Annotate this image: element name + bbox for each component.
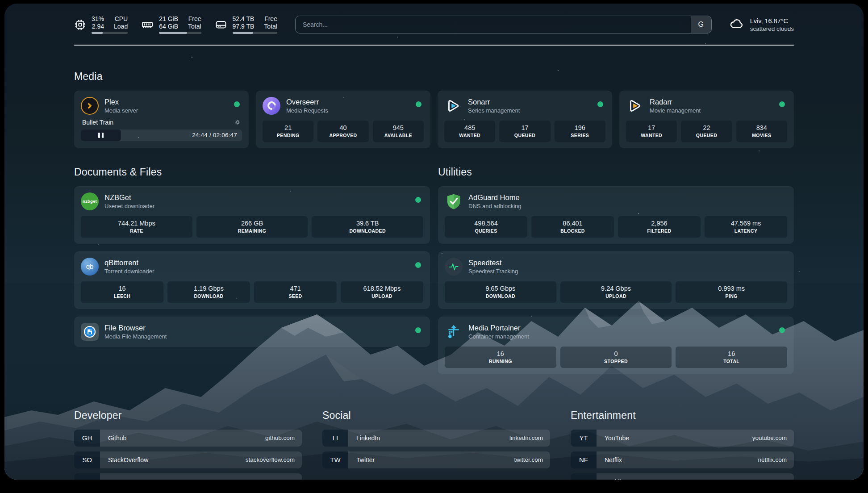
status-dot <box>597 101 603 107</box>
card-radarr[interactable]: Radarr Movie management 17 WANTED 22 QUE… <box>619 91 794 148</box>
stat-downloaded: 39.6 TB DOWNLOADED <box>312 216 423 238</box>
stat-movies: 834 MOVIES <box>736 121 787 142</box>
section-title-utilities: Utilities <box>438 166 794 178</box>
section-title-entertainment: Entertainment <box>571 409 794 422</box>
bookmark-name: Github <box>108 435 126 442</box>
bookmark-abbr: SO <box>74 451 100 468</box>
section-title-documents: Documents & Files <box>74 166 430 178</box>
stat-pending: 21 PENDING <box>263 121 313 142</box>
card-title: NZBGet <box>104 193 154 202</box>
memory-total-value: 64 GiB <box>159 23 178 30</box>
bookmark-twitter[interactable]: TW Twitter twitter.com <box>322 451 550 468</box>
memory-progress-track <box>159 32 201 34</box>
playback-progress-bar[interactable]: 24:44 / 02:06:47 <box>81 130 242 141</box>
disk-widget: 52.4 TB Free 97.9 TB Total <box>215 15 277 34</box>
memory-widget: 21 GiB Free 64 GiB Total <box>141 15 201 34</box>
status-dot <box>415 327 421 333</box>
stat-remaining: 266 GB REMAINING <box>196 216 308 238</box>
cloud-icon <box>729 16 745 33</box>
memory-free-label: Free <box>188 15 201 22</box>
card-subtitle: Usenet downloader <box>104 202 154 210</box>
stat-ping: 0.993 ms PING <box>676 281 787 303</box>
gear-icon[interactable] <box>234 119 241 125</box>
stat-upload: 9.24 Gbps UPLOAD <box>560 281 672 303</box>
bookmark-name: Twitter <box>356 456 375 464</box>
bookmark-abbr: LI <box>322 430 348 447</box>
memory-icon <box>141 18 154 31</box>
overseerr-icon <box>263 97 280 115</box>
card-subtitle: Movie management <box>650 107 701 114</box>
status-dot <box>415 197 421 203</box>
sonarr-icon <box>444 97 462 115</box>
bookmark-group-social: Social LI LinkedIn linkedin.com TW Twitt… <box>322 409 550 480</box>
card-sonarr[interactable]: Sonarr Series management 485 WANTED 17 Q… <box>438 91 612 148</box>
cpu-progress-track <box>92 32 128 34</box>
playback-time: 24:44 / 02:06:47 <box>192 132 242 138</box>
bookmark-netflix[interactable]: NF Netflix netflix.com <box>571 451 794 468</box>
bookmark-url: netflix.com <box>758 456 787 463</box>
bookmark-url: stackoverflow.com <box>246 456 295 463</box>
card-speedtest[interactable]: Speedtest Speedtest Tracking 9.65 Gbps D… <box>438 251 794 309</box>
card-subtitle: Series management <box>468 107 520 114</box>
card-title: Radarr <box>650 97 701 106</box>
bookmark-abbr: GH <box>74 430 100 447</box>
search-provider-button[interactable]: G <box>691 16 711 33</box>
card-plex[interactable]: Plex Media server Bullet Train <box>74 91 249 148</box>
search-input[interactable] <box>296 16 691 33</box>
bookmark-dev[interactable]: DT DEV dev.to <box>74 473 302 480</box>
card-filebrowser[interactable]: File Browser Media File Management <box>74 317 430 347</box>
card-subtitle: DNS and adblocking <box>468 202 522 210</box>
bookmark-abbr: TW <box>322 451 348 468</box>
card-subtitle: Torrent downloader <box>104 267 154 275</box>
disk-total-value: 97.9 TB <box>233 23 255 30</box>
bookmark-stackoverflow[interactable]: SO StackOverflow stackoverflow.com <box>74 451 302 468</box>
bookmark-name: Netflix <box>605 456 622 464</box>
card-overseerr[interactable]: Overseerr Media Requests 21 PENDING 40 A… <box>256 91 430 148</box>
bookmark-url: github.com <box>265 435 295 441</box>
bookmark-github[interactable]: GH Github github.com <box>74 430 302 447</box>
section-title-developer: Developer <box>74 409 302 422</box>
status-dot <box>779 327 785 333</box>
portainer-icon <box>445 323 463 341</box>
adguard-icon <box>445 192 463 210</box>
card-portainer[interactable]: Media Portainer Container management 16 … <box>438 317 794 374</box>
stat-series: 196 SERIES <box>555 121 605 142</box>
bookmark-youtube[interactable]: YT YouTube youtube.com <box>571 430 794 447</box>
bookmark-reddit[interactable]: RE Reddit reddit.com <box>571 473 794 480</box>
plex-icon <box>81 97 99 115</box>
bookmark-url: dev.to <box>279 478 295 480</box>
card-adguard[interactable]: AdGuard Home DNS and adblocking 498,564 … <box>438 186 794 244</box>
stat-upload: 618.52 Mbps UPLOAD <box>341 281 423 303</box>
speedtest-icon <box>445 258 463 276</box>
cpu-label: CPU <box>114 15 128 22</box>
disk-total-label: Total <box>264 23 277 30</box>
bookmark-name: Reddit <box>605 478 622 480</box>
cpu-usage-value: 31% <box>92 15 104 22</box>
card-qbittorrent[interactable]: qb qBittorrent Torrent downloader 16 LEE… <box>74 251 430 309</box>
memory-free-value: 21 GiB <box>159 15 178 22</box>
card-nzbget[interactable]: nzbget NZBGet Usenet downloader 744.21 M… <box>74 186 430 244</box>
bookmark-name: LinkedIn <box>356 435 380 442</box>
status-dot <box>416 101 421 107</box>
bookmark-url: twitter.com <box>514 456 543 463</box>
bookmark-url: linkedin.com <box>509 435 543 441</box>
card-title: Overseerr <box>286 97 328 106</box>
stat-filtered: 2,956 FILTERED <box>618 216 701 238</box>
stat-leech: 16 LEECH <box>81 281 163 303</box>
stat-latency: 47.569 ms LATENCY <box>705 216 787 238</box>
cpu-icon <box>74 19 86 31</box>
stat-queued: 17 QUEUED <box>499 121 550 142</box>
stat-blocked: 86,401 BLOCKED <box>531 216 614 238</box>
bookmark-name: DEV <box>108 478 121 480</box>
filebrowser-icon <box>81 323 99 341</box>
card-subtitle: Container management <box>468 333 529 340</box>
bookmark-name: StackOverflow <box>108 456 148 464</box>
card-title: AdGuard Home <box>468 193 522 202</box>
pause-button[interactable] <box>81 130 121 141</box>
stat-wanted: 485 WANTED <box>444 121 495 142</box>
nzbget-icon: nzbget <box>81 192 99 210</box>
bookmark-linkedin[interactable]: LI LinkedIn linkedin.com <box>322 430 550 447</box>
bookmark-url: reddit.com <box>759 478 787 480</box>
stat-available: 945 AVAILABLE <box>373 121 424 142</box>
card-title: Media Portainer <box>468 323 529 332</box>
